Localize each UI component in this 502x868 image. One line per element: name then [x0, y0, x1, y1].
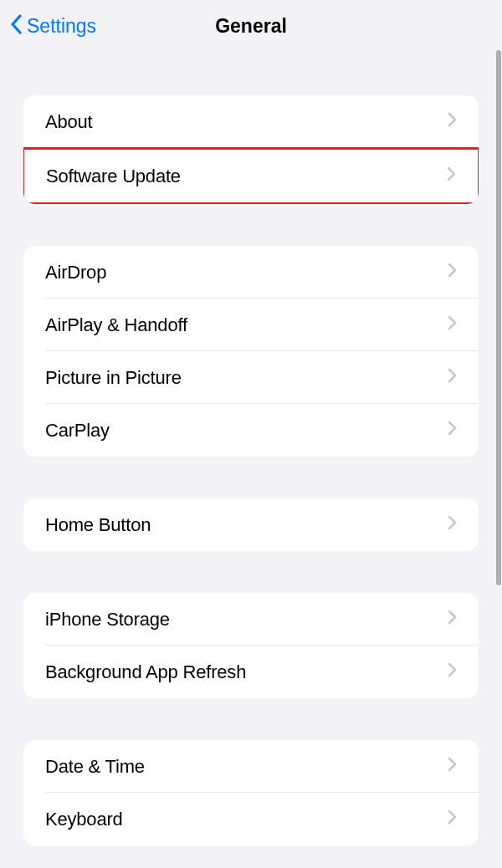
- chevron-right-icon: [447, 166, 456, 186]
- highlight-box: Software Update: [23, 147, 479, 204]
- row-label: Background App Refresh: [45, 661, 246, 683]
- back-button[interactable]: Settings: [10, 13, 96, 38]
- row-about[interactable]: About: [23, 95, 479, 148]
- chevron-left-icon: [10, 13, 23, 38]
- chevron-right-icon: [448, 662, 457, 682]
- row-label: Picture in Picture: [45, 367, 182, 389]
- chevron-right-icon: [448, 421, 457, 440]
- row-airdrop[interactable]: AirDrop: [23, 246, 479, 299]
- row-label: CarPlay: [45, 420, 110, 442]
- row-label: AirPlay & Handoff: [45, 314, 187, 336]
- row-label: iPhone Storage: [45, 609, 170, 631]
- row-label: Date & Time: [45, 756, 145, 778]
- chevron-right-icon: [448, 112, 457, 131]
- scrollbar[interactable]: [496, 50, 501, 585]
- chevron-right-icon: [448, 368, 457, 387]
- row-label: About: [45, 111, 93, 133]
- row-home-button[interactable]: Home Button: [23, 498, 479, 551]
- row-carplay[interactable]: CarPlay: [23, 404, 479, 457]
- row-picture-in-picture[interactable]: Picture in Picture: [23, 351, 479, 404]
- chevron-right-icon: [448, 610, 457, 629]
- row-software-update[interactable]: Software Update: [24, 150, 478, 202]
- settings-group: iPhone Storage Background App Refresh: [23, 593, 479, 698]
- chevron-right-icon: [448, 757, 457, 776]
- chevron-right-icon: [448, 263, 457, 282]
- chevron-right-icon: [448, 315, 457, 334]
- row-label: Home Button: [45, 514, 151, 536]
- row-label: Keyboard: [45, 809, 123, 830]
- row-label: Software Update: [46, 166, 181, 187]
- row-airplay-handoff[interactable]: AirPlay & Handoff: [23, 299, 479, 351]
- chevron-right-icon: [448, 515, 457, 534]
- row-iphone-storage[interactable]: iPhone Storage: [23, 593, 479, 646]
- row-keyboard[interactable]: Keyboard: [23, 793, 479, 845]
- settings-group: About Software Update: [23, 95, 479, 204]
- settings-group: AirDrop AirPlay & Handoff Picture in Pic…: [23, 246, 479, 457]
- row-date-time[interactable]: Date & Time: [23, 740, 479, 793]
- nav-header: Settings General: [0, 0, 502, 52]
- settings-group: Home Button: [23, 498, 479, 551]
- settings-content: About Software Update AirDrop AirPlay & …: [0, 52, 502, 868]
- back-label: Settings: [27, 15, 96, 38]
- settings-group: Date & Time Keyboard: [23, 740, 479, 845]
- row-label: AirDrop: [45, 262, 106, 283]
- row-background-app-refresh[interactable]: Background App Refresh: [23, 646, 479, 698]
- chevron-right-icon: [448, 809, 457, 829]
